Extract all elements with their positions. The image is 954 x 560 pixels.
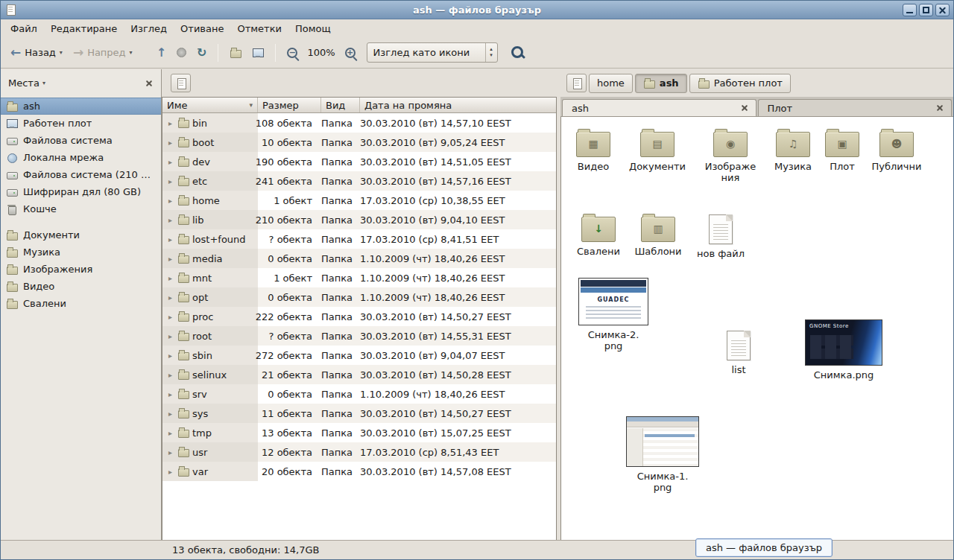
pathbar-button[interactable]: ash xyxy=(635,74,687,93)
table-row[interactable]: ▸ dev 190 обекта Папка 30.03.2010 (вт) 1… xyxy=(162,152,556,171)
table-row[interactable]: ▸ proc 222 обекта Папка 30.03.2010 (вт) … xyxy=(162,307,556,326)
table-row[interactable]: ▸ media 0 обекта Папка 1.10.2009 (чт) 18… xyxy=(162,249,556,268)
table-row[interactable]: ▸ home 1 обект Папка 17.03.2010 (ср) 10,… xyxy=(162,191,556,210)
icon-view-folder[interactable]: Документи xyxy=(625,127,690,172)
expander-icon[interactable]: ▸ xyxy=(166,429,174,437)
pathbar-button[interactable]: Работен плот xyxy=(689,74,791,93)
expander-icon[interactable]: ▸ xyxy=(166,216,174,224)
places-item[interactable]: ash xyxy=(1,98,161,115)
table-row[interactable]: ▸ boot 10 обекта Папка 30.03.2010 (вт) 9… xyxy=(162,133,556,152)
up-button[interactable]: ↑ xyxy=(151,44,171,62)
sidebar-title[interactable]: Места xyxy=(8,77,40,89)
table-row[interactable]: ▸ sbin 272 обекта Папка 30.03.2010 (вт) … xyxy=(162,346,556,365)
places-item[interactable]: Локална мрежа xyxy=(1,149,161,166)
table-row[interactable]: ▸ var 20 обекта Папка 30.03.2010 (вт) 14… xyxy=(162,462,556,481)
icon-view-image[interactable]: Снимка-1.png xyxy=(624,416,701,493)
expander-icon[interactable]: ▸ xyxy=(166,197,174,205)
table-row[interactable]: ▸ mnt 1 обект Папка 1.10.2009 (чт) 18,40… xyxy=(162,268,556,287)
view-mode-select[interactable]: Изглед като икони ▴ ▾ xyxy=(367,42,498,63)
expander-icon[interactable]: ▸ xyxy=(166,390,174,398)
expander-icon[interactable]: ▸ xyxy=(166,351,174,360)
pathbar-root-button[interactable] xyxy=(566,74,587,92)
expander-icon[interactable]: ▸ xyxy=(166,448,174,456)
places-item[interactable]: Документи xyxy=(1,226,161,244)
column-header[interactable]: Име ▾ xyxy=(162,98,258,112)
search-button[interactable] xyxy=(507,42,529,64)
column-header[interactable]: Дата на промяна ▾ xyxy=(360,98,556,112)
table-row[interactable]: ▸ sys 11 обекта Папка 30.03.2010 (вт) 14… xyxy=(162,404,556,423)
close-button[interactable] xyxy=(935,4,950,16)
expander-icon[interactable]: ▸ xyxy=(166,274,174,282)
places-item[interactable]: Свалени xyxy=(1,295,161,312)
places-item[interactable]: Файлова система xyxy=(1,132,161,149)
expander-icon[interactable]: ▸ xyxy=(166,410,174,418)
menu-item[interactable]: Помощ xyxy=(288,22,338,36)
table-row[interactable]: ▸ usr 12 обекта Папка 17.03.2010 (ср) 8,… xyxy=(162,442,556,462)
column-header[interactable]: Вид ▾ xyxy=(321,98,360,112)
zoom-in-button[interactable]: + xyxy=(340,45,361,61)
computer-button[interactable] xyxy=(247,44,269,62)
zoom-out-button[interactable]: − xyxy=(282,45,303,61)
forward-button[interactable]: → Напред ▾ xyxy=(68,43,138,62)
icon-view-image[interactable]: GNOME Store Снимка.png xyxy=(800,319,888,381)
back-button[interactable]: ← Назад ▾ xyxy=(5,43,68,62)
tab[interactable]: ash xyxy=(562,99,756,116)
expander-icon[interactable]: ▸ xyxy=(166,177,174,185)
expander-icon[interactable]: ▸ xyxy=(166,255,174,263)
combo-spinner[interactable]: ▴ ▾ xyxy=(485,43,497,62)
stop-button[interactable] xyxy=(171,45,192,60)
sidebar-close-icon[interactable] xyxy=(143,77,155,89)
tab[interactable]: Плот xyxy=(758,99,953,116)
table-row[interactable]: ▸ lost+found ? обекта Папка 17.03.2010 (… xyxy=(162,229,556,249)
expander-icon[interactable]: ▸ xyxy=(166,235,174,244)
table-row[interactable]: ▸ srv 0 обекта Папка 1.10.2009 (чт) 18,4… xyxy=(162,384,556,404)
places-item[interactable]: Файлова система (210 MB) xyxy=(1,166,161,183)
tab-close-icon[interactable] xyxy=(934,102,946,114)
table-row[interactable]: ▸ tmp 13 обекта Папка 30.03.2010 (вт) 15… xyxy=(162,423,556,442)
icon-view-folder[interactable]: Изображения xyxy=(695,127,766,183)
table-row[interactable]: ▸ opt 0 обекта Папка 1.10.2009 (чт) 18,4… xyxy=(162,287,556,307)
menu-item[interactable]: Отметки xyxy=(230,22,288,36)
column-header[interactable]: Размер ▾ xyxy=(258,98,321,112)
home-button[interactable] xyxy=(224,44,247,62)
places-item[interactable]: Работен плот xyxy=(1,115,161,132)
reload-button[interactable]: ↻ xyxy=(192,44,212,62)
tab-close-icon[interactable] xyxy=(739,102,751,114)
icon-view-folder[interactable]: Свалени xyxy=(566,212,631,257)
places-item[interactable]: Видео xyxy=(1,278,161,295)
expander-icon[interactable]: ▸ xyxy=(166,158,174,166)
places-item[interactable]: Изображения xyxy=(1,261,161,278)
expander-icon[interactable]: ▸ xyxy=(166,468,174,476)
titlebar[interactable]: ash — файлов браузър xyxy=(1,1,953,19)
table-row[interactable]: ▸ selinux 21 обекта Папка 30.03.2010 (вт… xyxy=(162,365,556,384)
icon-view-folder[interactable]: Публични xyxy=(862,127,931,172)
expander-icon[interactable]: ▸ xyxy=(166,293,174,302)
maximize-button[interactable] xyxy=(919,4,933,16)
table-row[interactable]: ▸ etc 241 обекта Папка 30.03.2010 (вт) 1… xyxy=(162,171,556,191)
menu-item[interactable]: Отиване xyxy=(174,22,230,36)
expander-icon[interactable]: ▸ xyxy=(166,332,174,340)
menu-item[interactable]: Редактиране xyxy=(44,22,124,36)
pathbar-button[interactable]: home xyxy=(589,74,633,93)
icon-view-folder[interactable]: Шаблони xyxy=(625,212,691,257)
places-item[interactable]: Музика xyxy=(1,244,161,261)
menu-item[interactable]: Изглед xyxy=(124,22,174,36)
expander-icon[interactable]: ▸ xyxy=(166,371,174,379)
icon-view-image[interactable]: GUADEC Снимка-2.png xyxy=(576,278,651,351)
expander-icon[interactable]: ▸ xyxy=(166,313,174,321)
back-history-dropdown-icon[interactable]: ▾ xyxy=(60,49,63,56)
icon-view-file[interactable]: нов файл xyxy=(686,212,755,259)
sidebar-dropdown-icon[interactable]: ▾ xyxy=(42,80,45,86)
table-row[interactable]: ▸ root ? обекта Папка 30.03.2010 (вт) 14… xyxy=(162,326,556,346)
table-row[interactable]: ▸ lib 210 обекта Папка 30.03.2010 (вт) 9… xyxy=(162,210,556,229)
list-pane-location-button[interactable] xyxy=(171,74,191,92)
table-row[interactable]: ▸ bin 108 обекта Папка 30.03.2010 (вт) 1… xyxy=(162,113,556,133)
expander-icon[interactable]: ▸ xyxy=(166,119,174,127)
places-item[interactable]: Шифриран дял (80 GB) xyxy=(1,183,161,200)
places-item[interactable]: Кошче xyxy=(1,200,161,217)
expander-icon[interactable]: ▸ xyxy=(166,139,174,147)
icon-view-file[interactable]: list xyxy=(706,328,771,375)
minimize-button[interactable] xyxy=(903,4,917,16)
menu-item[interactable]: Файл xyxy=(4,22,44,36)
icon-view-folder[interactable]: Видео xyxy=(562,127,625,172)
